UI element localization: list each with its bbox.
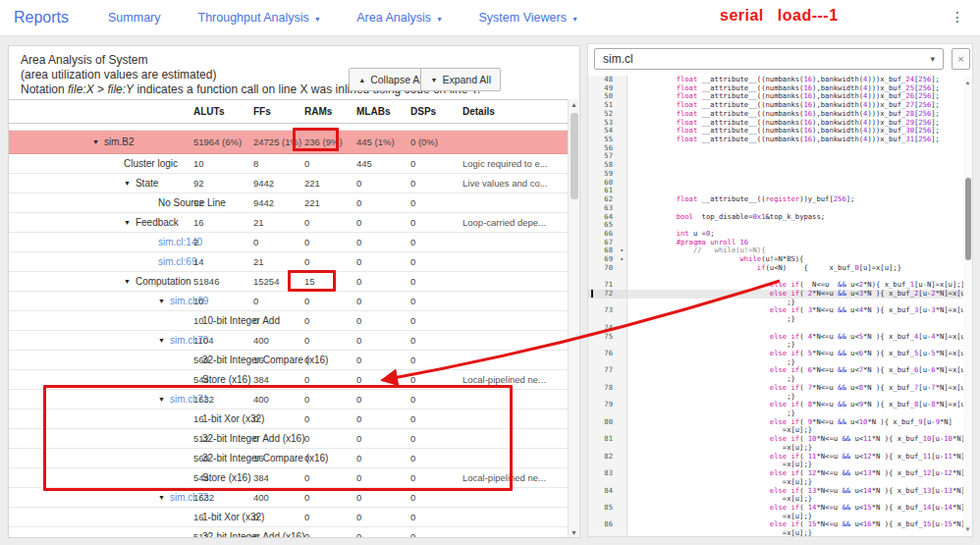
column-header-mlabs[interactable]: MLABs	[356, 106, 390, 117]
area-analysis-panel: Area Analysis of System (area utilizatio…	[8, 45, 580, 538]
cell-ffs: 8	[253, 154, 258, 173]
cell-details	[463, 508, 555, 526]
line-number: 85	[588, 504, 627, 513]
cell-details	[463, 409, 555, 428]
code-row: 60	[588, 179, 965, 188]
nav-item-label: Throughput Analysis	[198, 11, 309, 25]
nav-item-system-viewers[interactable]: System Viewers ▾	[479, 11, 577, 25]
scrollbar-thumb[interactable]	[965, 178, 971, 260]
table-row[interactable]: ▼sim.B251964 (6%)24725 (1%)236 (9%)445 (…	[9, 131, 569, 154]
cell-mlabs: 0	[356, 252, 361, 271]
row-collapse-caret-icon[interactable]: ▼	[124, 219, 131, 226]
row-label: State	[136, 178, 158, 189]
table-row[interactable]: sim.cl:14020000	[9, 233, 569, 252]
scrollbar-thumb[interactable]	[571, 113, 578, 199]
column-header-dsps[interactable]: DSPs	[410, 106, 436, 117]
cell-ffs: 0	[253, 527, 258, 538]
scroll-up-icon[interactable]: ▲	[963, 78, 972, 87]
cell-aluts: 1104	[193, 331, 213, 350]
nav-item-summary[interactable]: Summary	[108, 11, 160, 25]
table-row[interactable]: ▼sim.cl:69100000	[9, 292, 569, 311]
table-row[interactable]: ▼sim.cl:721632400000	[9, 488, 569, 508]
cell-rams: 0	[304, 292, 309, 310]
cell-dsps: 0	[410, 174, 415, 192]
button-label: Expand All	[442, 74, 491, 85]
cell-ffs: 400	[253, 331, 269, 350]
table-row[interactable]: 32-bit Integer Compare (x16)56016000	[9, 449, 569, 468]
cell-ffs: 15254	[253, 272, 279, 291]
table-scrollbar[interactable]: ▲ ▼	[568, 99, 578, 538]
table-row[interactable]: ▼sim.cl:701104400000	[9, 331, 569, 351]
cell-mlabs: 0	[356, 390, 361, 409]
cell-aluts: 560	[193, 351, 209, 369]
nav-item-area-analysis[interactable]: Area Analysis ▾	[356, 11, 441, 25]
table-row[interactable]: ▼sim.cl:711632400000	[9, 390, 569, 409]
column-header-ffs[interactable]: FFs	[253, 106, 271, 117]
cell-aluts: 1632	[193, 488, 214, 507]
cell-rams: 0	[304, 351, 309, 369]
kebab-menu-icon[interactable]: ⋮	[951, 9, 964, 25]
code-row: ;}	[588, 315, 965, 324]
table-row[interactable]: sim.cl:691421000	[9, 252, 569, 272]
scroll-down-icon[interactable]: ▼	[569, 527, 579, 538]
cell-ffs: 16	[253, 449, 264, 467]
file-select-dropdown[interactable]: sim.cl ▾	[594, 48, 944, 70]
nav-item-label: System Viewers	[479, 11, 567, 25]
code-scrollbar[interactable]: ▲ ▼	[963, 76, 972, 536]
code-row: 58	[588, 161, 965, 170]
table-row[interactable]: No Source Line92944222100	[9, 193, 569, 213]
nav-item-throughput-analysis[interactable]: Throughput Analysis ▾	[198, 11, 320, 25]
row-label: No Source Line	[158, 197, 226, 208]
row-collapse-caret-icon[interactable]: ▼	[92, 138, 99, 145]
scroll-down-icon[interactable]: ▼	[963, 524, 972, 534]
table-row[interactable]: ▼Feedback1621000Loop-carried depe...	[9, 213, 569, 233]
code-lines[interactable]: 48 float __attribute__((numbanks(16),ban…	[588, 76, 965, 536]
cell-mlabs: 0	[356, 233, 361, 251]
cell-mlabs: 0	[356, 409, 361, 428]
cell-mlabs: 0	[356, 449, 361, 467]
cell-mlabs: 0	[356, 272, 361, 291]
code-line-text: ;}	[627, 315, 795, 324]
table-row[interactable]: ▼State92944222100Live values and co...	[9, 174, 569, 193]
cell-mlabs: 0	[356, 370, 361, 389]
expand-all-button[interactable]: ▼ Expand All	[420, 68, 501, 91]
cell-mlabs: 0	[356, 193, 361, 212]
table-row[interactable]: 32-bit Integer Add (x16)5120000	[9, 527, 569, 538]
nav-item-label: Area Analysis	[356, 11, 431, 25]
code-row: 70 if(u<N) { x_buf_0[u]=x[u];}	[588, 264, 965, 273]
cell-dsps: 0	[410, 233, 415, 251]
table-row[interactable]: Store (x16)544384000Local-pipelined ne..…	[9, 468, 569, 488]
fold-icon[interactable]: ▾	[620, 246, 624, 255]
column-header-rams[interactable]: RAMs	[304, 106, 332, 117]
table-row[interactable]: 32-bit Integer Compare (x16)56016000	[9, 351, 569, 370]
table-row[interactable]: Store (x16)544384000Local-pipelined ne..…	[9, 370, 569, 390]
cell-details	[463, 390, 555, 409]
table-row[interactable]: Cluster logic10804450Logic required to e…	[9, 154, 569, 174]
scroll-up-icon[interactable]: ▲	[569, 99, 579, 110]
table-row[interactable]: 10-bit Integer Add100000	[9, 311, 569, 331]
source-line-link[interactable]: sim.cl:69	[158, 256, 196, 267]
button-label: Collapse All	[370, 74, 424, 85]
table-row[interactable]: 32-bit Integer Add (x16)5120000	[9, 429, 569, 449]
row-collapse-caret-icon[interactable]: ▼	[158, 298, 165, 304]
column-header-aluts[interactable]: ALUTs	[193, 106, 224, 117]
row-collapse-caret-icon[interactable]: ▼	[158, 396, 165, 403]
cell-ffs: 9442	[253, 193, 274, 212]
cell-mlabs: 0	[356, 213, 361, 232]
table-row[interactable]: ▼Computation51846152541500	[9, 272, 569, 292]
row-collapse-caret-icon[interactable]: ▼	[124, 180, 131, 187]
column-header-details[interactable]: Details	[463, 106, 495, 117]
code-line-text: =x[u];}	[627, 529, 812, 536]
table-row[interactable]	[9, 124, 569, 131]
table-row[interactable]: 1-bit Xor (x32)160000	[9, 508, 569, 527]
row-collapse-caret-icon[interactable]: ▼	[158, 494, 165, 501]
line-number: 72	[588, 290, 627, 299]
row-collapse-caret-icon[interactable]: ▼	[158, 337, 165, 344]
cell-details	[463, 193, 555, 212]
fold-icon[interactable]: ▾	[620, 255, 624, 264]
close-code-viewer-button[interactable]: ×	[952, 48, 970, 70]
cell-dsps: 0	[410, 311, 415, 330]
table-row[interactable]: 1-bit Xor (x32)160000	[9, 409, 569, 429]
cell-details	[463, 488, 555, 507]
row-collapse-caret-icon[interactable]: ▼	[124, 278, 131, 285]
